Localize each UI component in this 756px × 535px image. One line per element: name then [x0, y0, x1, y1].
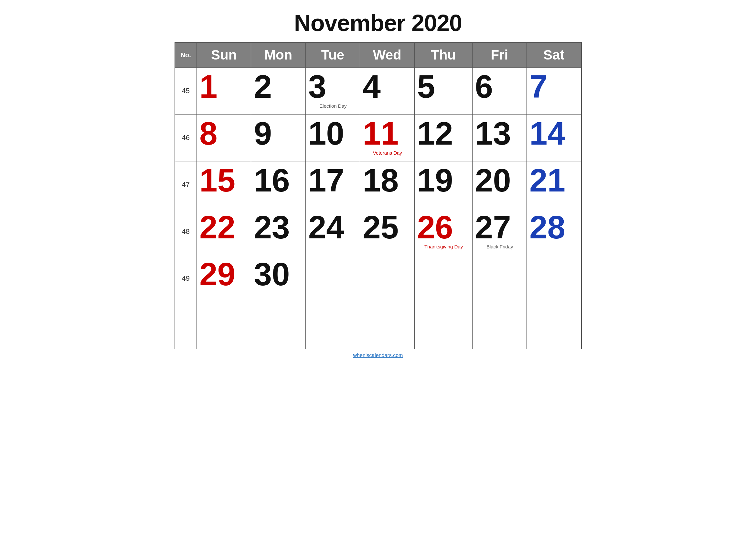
calendar-cell: 10 [306, 115, 360, 161]
calendar-cell: 25 [360, 208, 414, 255]
calendar-cell: 21 [526, 161, 581, 208]
day-number: 10 [308, 117, 358, 150]
header-tue: Tue [306, 42, 360, 68]
calendar-cell: 6 [472, 68, 526, 115]
calendar-cell: 28 [526, 208, 581, 255]
calendar-cell [306, 255, 360, 302]
header-fri: Fri [472, 42, 526, 68]
calendar-cell [360, 302, 414, 349]
calendar-row: 482223242526Thanksgiving Day27Black Frid… [175, 208, 581, 255]
calendar-cell: 9 [251, 115, 306, 161]
day-number: 24 [308, 211, 358, 243]
calendar-cell: 17 [306, 161, 360, 208]
day-number: 29 [200, 258, 249, 290]
calendar-cell: 30 [251, 255, 306, 302]
day-number: 1 [200, 70, 249, 102]
calendar-cell: 20 [472, 161, 526, 208]
calendar-cell: 19 [414, 161, 472, 208]
header-sun: Sun [197, 42, 251, 68]
day-number: 2 [254, 70, 303, 102]
calendar-cell: 8 [197, 115, 251, 161]
week-number: 48 [175, 208, 197, 255]
calendar-cell: 5 [414, 68, 472, 115]
calendar-cell [360, 255, 414, 302]
calendar-cell: 16 [251, 161, 306, 208]
calendar-table: No. Sun Mon Tue Wed Thu Fri Sat 45123Ele… [175, 42, 582, 349]
day-number: 25 [363, 211, 412, 243]
day-number: 26 [417, 211, 470, 243]
footer: wheniscalendars.com [353, 352, 403, 358]
calendar-cell: 13 [472, 115, 526, 161]
calendar-row: 46891011Veterans Day121314 [175, 115, 581, 161]
calendar-cell: 24 [306, 208, 360, 255]
day-number: 27 [475, 211, 525, 243]
header-mon: Mon [251, 42, 306, 68]
header-row: No. Sun Mon Tue Wed Thu Fri Sat [175, 42, 581, 68]
calendar-cell: 7 [526, 68, 581, 115]
calendar-cell [526, 302, 581, 349]
day-number: 11 [363, 117, 412, 150]
day-number: 14 [529, 117, 579, 150]
calendar-cell: 3Election Day [306, 68, 360, 115]
day-number: 12 [417, 117, 470, 150]
day-number: 13 [475, 117, 525, 150]
calendar-cell: 11Veterans Day [360, 115, 414, 161]
calendar-row: 4715161718192021 [175, 161, 581, 208]
day-number: 30 [254, 258, 303, 290]
day-number: 4 [363, 70, 412, 102]
calendar-cell [197, 302, 251, 349]
calendar-cell [526, 255, 581, 302]
calendar-cell [414, 255, 472, 302]
calendar-cell: 2 [251, 68, 306, 115]
week-number: 49 [175, 255, 197, 302]
week-number: 46 [175, 115, 197, 161]
calendar-cell: 14 [526, 115, 581, 161]
day-number: 21 [529, 164, 579, 196]
calendar-cell: 22 [197, 208, 251, 255]
week-number: 45 [175, 68, 197, 115]
calendar-cell: 26Thanksgiving Day [414, 208, 472, 255]
day-number: 3 [308, 70, 358, 102]
header-wed: Wed [360, 42, 414, 68]
header-thu: Thu [414, 42, 472, 68]
calendar-cell: 4 [360, 68, 414, 115]
week-number [175, 302, 197, 349]
calendar-cell: 18 [360, 161, 414, 208]
calendar-cell: 27Black Friday [472, 208, 526, 255]
week-no-header: No. [175, 42, 197, 68]
calendar-cell [472, 302, 526, 349]
calendar-cell: 15 [197, 161, 251, 208]
day-number: 19 [417, 164, 470, 196]
day-number: 28 [529, 211, 579, 243]
calendar-row [175, 302, 581, 349]
calendar-cell: 23 [251, 208, 306, 255]
week-number: 47 [175, 161, 197, 208]
calendar-cell [306, 302, 360, 349]
calendar-row: 492930 [175, 255, 581, 302]
day-number: 7 [529, 70, 579, 102]
day-number: 15 [200, 164, 249, 196]
day-number: 17 [308, 164, 358, 196]
calendar-cell [414, 302, 472, 349]
holiday-label: Thanksgiving Day [417, 244, 470, 250]
calendar-cell [472, 255, 526, 302]
header-sat: Sat [526, 42, 581, 68]
day-number: 5 [417, 70, 470, 102]
calendar-cell: 12 [414, 115, 472, 161]
website-link[interactable]: wheniscalendars.com [353, 352, 403, 358]
calendar-cell [251, 302, 306, 349]
day-number: 16 [254, 164, 303, 196]
day-number: 20 [475, 164, 525, 196]
day-number: 23 [254, 211, 303, 243]
calendar-cell: 29 [197, 255, 251, 302]
calendar-cell: 1 [197, 68, 251, 115]
day-number: 8 [200, 117, 249, 150]
day-number: 22 [200, 211, 249, 243]
day-number: 6 [475, 70, 525, 102]
calendar-row: 45123Election Day4567 [175, 68, 581, 115]
calendar-title: November 2020 [294, 10, 462, 36]
day-number: 9 [254, 117, 303, 150]
day-number: 18 [363, 164, 412, 196]
